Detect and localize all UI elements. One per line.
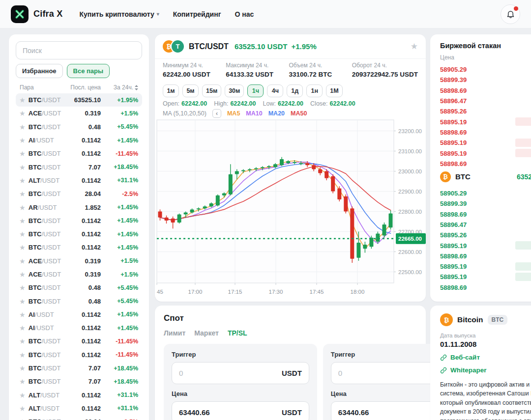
timeframe-1ч[interactable]: 1ч — [247, 84, 264, 97]
ask-row[interactable]: 58895.19 — [440, 116, 531, 127]
bid-row[interactable]: 58896.47 — [440, 220, 531, 230]
price-input[interactable] — [179, 408, 278, 417]
favorite-star-icon[interactable]: ★ — [20, 164, 25, 171]
favorite-star-icon[interactable]: ★ — [20, 191, 25, 197]
favorite-star-icon[interactable]: ★ — [20, 271, 25, 278]
price-input[interactable] — [338, 408, 437, 417]
pair-row-ar[interactable]: ★AR/USDT1.852+1.45% — [16, 200, 142, 214]
favorite-star-icon[interactable]: ★ — [20, 150, 25, 157]
timeframe-1М[interactable]: 1М — [326, 84, 342, 97]
favorite-star-icon[interactable]: ★ — [20, 284, 25, 291]
bid-row[interactable]: 58905.29 — [440, 188, 531, 198]
ma20-legend[interactable]: MA20 — [268, 110, 285, 117]
pair-row-ai[interactable]: ★AI/USDT0.1142+1.45% — [16, 321, 142, 335]
favorite-star-icon[interactable]: ★ — [20, 177, 25, 184]
pair-row-alt[interactable]: ★ALT/USDT0.1142+31.1% — [16, 402, 142, 415]
favorite-star-icon[interactable]: ★ — [20, 110, 25, 117]
trigger-input[interactable] — [338, 369, 437, 377]
favorite-star-icon[interactable]: ★ — [20, 378, 25, 385]
pair-row-btc[interactable]: ★BTC/USDT7.07+18.45% — [16, 160, 142, 173]
pair-row-btc[interactable]: ★BTC/USDT28.04-2.5% — [16, 187, 142, 200]
pair-row-btc[interactable]: ★BTC/USDT0.1142+1.45% — [16, 214, 142, 227]
ma10-legend[interactable]: MA10 — [246, 110, 262, 117]
filter-favorites-button[interactable]: Избранное — [16, 64, 63, 78]
notifications-button[interactable] — [501, 4, 520, 24]
pair-row-btc[interactable]: ★BTC/USDT0.1142+1.45% — [16, 227, 142, 241]
favorite-star-icon[interactable]: ★ — [20, 244, 25, 251]
ask-row[interactable]: 58898.69 — [440, 127, 531, 138]
ma5-legend[interactable]: MA5 — [227, 110, 240, 117]
tab-tpsl[interactable]: TP/SL — [228, 329, 247, 337]
pair-row-ace[interactable]: ★ACE/USDT0.319+1.5% — [16, 107, 142, 120]
pair-row-btc[interactable]: ★BTC/USDT0.1142+1.45% — [16, 241, 142, 254]
timeframe-4ч[interactable]: 4ч — [267, 84, 283, 97]
ma-prev-button[interactable]: ‹ — [212, 109, 221, 118]
bid-row[interactable]: 58895.19 — [440, 272, 531, 282]
timeframe-1д[interactable]: 1д — [287, 84, 303, 97]
filter-all-pairs-button[interactable]: Все пары — [67, 64, 110, 78]
ask-row[interactable]: 58895.26 — [440, 106, 531, 116]
pair-row-btc[interactable]: ★BTC/USDT0.48+5.45% — [16, 294, 142, 308]
timeframe-1м[interactable]: 1м — [163, 84, 179, 97]
bid-row[interactable]: 58898.69 — [440, 251, 531, 261]
trigger-input[interactable] — [179, 369, 278, 377]
pair-row-ai[interactable]: ★AI/USDT0.1142+1.45% — [16, 308, 142, 321]
ask-row[interactable]: 58905.29 — [440, 64, 531, 75]
nav-item-copytrading[interactable]: Копитрейдинг — [173, 10, 221, 18]
timeframe-30м[interactable]: 30м — [225, 84, 244, 97]
pair-row-btc[interactable]: ★BTC/USDT0.1142-11.45% — [16, 147, 142, 160]
favorite-star-icon[interactable]: ★ — [20, 405, 25, 412]
favorite-star-icon[interactable]: ★ — [20, 124, 25, 131]
favorite-star-icon[interactable]: ★ — [20, 97, 25, 104]
whitepaper-link[interactable]: Whitepaper — [440, 366, 531, 374]
pair-row-btc[interactable]: ★BTC/USDT0.1142-11.45% — [16, 335, 142, 348]
website-link[interactable]: Веб-сайт — [440, 354, 531, 361]
ask-row[interactable]: 58896.47 — [440, 96, 531, 106]
nav-item-about[interactable]: О нас — [235, 10, 254, 18]
favorite-star-icon[interactable]: ★ — [20, 258, 25, 265]
favorite-star-icon[interactable]: ★ — [20, 311, 25, 318]
bid-row[interactable]: 58895.19 — [440, 261, 531, 272]
pair-row-btc[interactable]: ★BTC/USDT7.07+18.45% — [16, 375, 142, 388]
ask-row[interactable]: 58895.19 — [440, 138, 531, 148]
pair-row-ai[interactable]: ★AI/USDT0.1142+1.45% — [16, 134, 142, 147]
pair-row-btc[interactable]: ★BTC/USDT0.48+5.45% — [16, 281, 142, 294]
favorite-star-icon[interactable]: ★ — [20, 338, 25, 345]
pair-row-ace[interactable]: ★ACE/USDT0.319+1.5% — [16, 254, 142, 268]
nav-item-buy-crypto[interactable]: Купить криптовалюту ▾ — [79, 10, 159, 18]
bid-row[interactable]: 58895.19 — [440, 240, 531, 251]
favorite-star-icon[interactable]: ★ — [20, 231, 25, 238]
favorite-star-icon[interactable]: ★ — [411, 41, 418, 52]
pair-row-btc[interactable]: ★BTC/USDT7.07+18.45% — [16, 362, 142, 375]
order-book-mid-row[interactable]: ₿ BTC 63525.10 — [440, 169, 531, 185]
ask-row[interactable]: 58898.69 — [440, 159, 531, 169]
ask-row[interactable]: 58899.39 — [440, 75, 531, 85]
timeframe-1н[interactable]: 1н — [306, 84, 323, 97]
pair-row-btc[interactable]: ★BTC/USDT28.04-2.5% — [16, 415, 142, 420]
tab-limit[interactable]: Лимит — [164, 329, 185, 337]
ask-row[interactable]: 58898.69 — [440, 85, 531, 96]
favorite-star-icon[interactable]: ★ — [20, 218, 25, 224]
favorite-star-icon[interactable]: ★ — [20, 204, 25, 211]
search-input[interactable] — [16, 41, 142, 59]
favorite-star-icon[interactable]: ★ — [20, 325, 25, 332]
ask-row[interactable]: 58895.19 — [440, 148, 531, 158]
pair-row-ace[interactable]: ★ACE/USDT0.319+1.5% — [16, 268, 142, 281]
pair-row-btc[interactable]: ★BTC/USDT0.48+5.45% — [16, 120, 142, 134]
bid-row[interactable]: 58898.69 — [440, 282, 531, 293]
timeframe-5м[interactable]: 5м — [182, 84, 199, 97]
ma50-legend[interactable]: MA50 — [291, 110, 307, 117]
price-chart[interactable]: 23200.0023100.0023000.0022900.0022800.00… — [155, 118, 426, 302]
favorite-star-icon[interactable]: ★ — [20, 137, 25, 144]
bid-row[interactable]: 58898.69 — [440, 209, 531, 220]
bid-row[interactable]: 58895.26 — [440, 230, 531, 240]
pair-row-btc[interactable]: ★BTC/USDT0.1142-11.45% — [16, 348, 142, 362]
pair-row-alt[interactable]: ★ALT/USDT0.1142+31.1% — [16, 174, 142, 187]
brand-logo-icon[interactable] — [11, 5, 29, 23]
pair-row-alt[interactable]: ★ALT/USDT0.1142+31.1% — [16, 389, 142, 402]
bid-row[interactable]: 58899.39 — [440, 198, 531, 209]
favorite-star-icon[interactable]: ★ — [20, 298, 25, 305]
pair-row-btc[interactable]: ★BTC/USDT63525.10+1.95% — [16, 93, 142, 107]
favorite-star-icon[interactable]: ★ — [20, 365, 25, 372]
col-change-sort[interactable]: За 24ч. — [101, 84, 138, 91]
